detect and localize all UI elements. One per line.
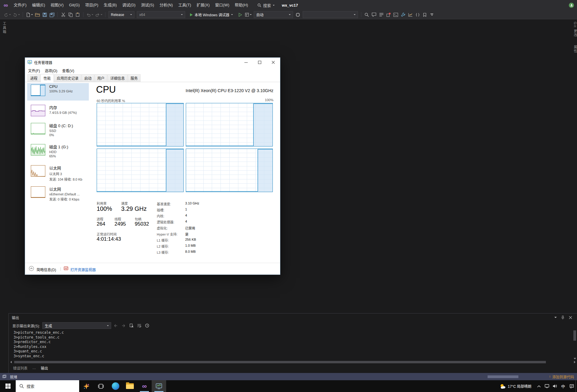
tm-menu-file[interactable]: 文件(F) — [26, 68, 42, 73]
previous-message-icon[interactable] — [112, 322, 119, 329]
menu-debug[interactable]: 调试(D) — [120, 0, 138, 10]
git-changes-vertical-tab[interactable]: Git 更改 — [573, 22, 577, 37]
processor-icon-button[interactable] — [295, 11, 301, 18]
tab-performance[interactable]: 性能 — [40, 74, 54, 82]
show-desktop-button[interactable] — [575, 380, 577, 392]
menu-file[interactable]: 文件(F) — [11, 0, 29, 10]
menu-analyze[interactable]: 分析(N) — [157, 0, 176, 10]
attach-process-button[interactable] — [385, 11, 392, 18]
solution-configuration-dropdown[interactable]: Release — [108, 11, 134, 18]
open-file-button[interactable] — [34, 11, 41, 18]
collapse-circle-icon[interactable] — [29, 266, 34, 271]
toolbox-vertical-tab[interactable]: 工具箱 — [2, 22, 7, 34]
scroll-left-arrow-icon[interactable] — [10, 361, 12, 363]
immediate-window-button[interactable] — [392, 11, 399, 18]
wrench-button[interactable] — [400, 11, 406, 18]
empty-dropdown[interactable] — [303, 11, 358, 18]
tab-users[interactable]: 用户 — [95, 74, 107, 82]
menu-test[interactable]: 测试(S) — [138, 0, 157, 10]
redo-button[interactable] — [95, 11, 103, 18]
tab-details[interactable]: 详细信息 — [108, 74, 127, 82]
sidebar-item-disk0[interactable]: 磁盘 0 (C: D:) SSD 0% — [27, 121, 89, 137]
cut-button[interactable] — [60, 11, 66, 18]
tm-menu-options[interactable]: 选项(O) — [42, 68, 60, 73]
menu-project[interactable]: 项目(P) — [82, 0, 101, 10]
find-in-files-button[interactable] — [363, 11, 370, 18]
toolbar-overflow-button[interactable] — [430, 14, 433, 16]
output-panel-header[interactable]: 输出 — [9, 313, 577, 321]
action-center-icon[interactable] — [568, 380, 575, 392]
maximize-button[interactable] — [253, 58, 266, 67]
sidebar-item-cpu[interactable]: CPU 100% 3.29 GHz — [27, 83, 89, 101]
file-explorer-button[interactable] — [123, 380, 137, 392]
menu-tools[interactable]: 工具(T) — [176, 0, 194, 10]
search-highlights-button[interactable] — [79, 380, 94, 392]
close-button[interactable] — [266, 58, 280, 67]
new-file-button[interactable] — [25, 11, 34, 18]
vs-search-box[interactable]: 搜索 — [255, 2, 277, 8]
weather-widget[interactable]: 17°C 局部晴朗 — [496, 384, 535, 389]
scroll-right-arrow-icon[interactable] — [574, 361, 575, 363]
task-view-button[interactable] — [94, 380, 108, 392]
next-message-icon[interactable] — [120, 322, 127, 329]
start-without-debugging-button[interactable] — [237, 11, 243, 18]
save-button[interactable] — [41, 11, 48, 18]
tab-services[interactable]: 服务 — [128, 74, 140, 82]
clear-all-icon[interactable] — [128, 322, 135, 329]
task-manager-title-bar[interactable]: 任务管理器 — [25, 58, 280, 67]
properties-vertical-tab[interactable]: 属性 — [573, 45, 577, 53]
ime-indicator[interactable]: 中 — [559, 383, 568, 389]
navigate-forward-button[interactable] — [12, 11, 21, 18]
solution-platform-dropdown[interactable]: x64 — [137, 11, 185, 18]
timestamp-clock-icon[interactable] — [144, 322, 150, 329]
save-all-button[interactable] — [49, 11, 55, 18]
undo-button[interactable] — [85, 11, 94, 18]
menu-build[interactable]: 生成(B) — [101, 0, 119, 10]
scrollbar-thumb[interactable] — [573, 330, 576, 341]
chart-button[interactable] — [407, 11, 414, 18]
output-horizontal-scrollbar[interactable] — [9, 360, 577, 364]
start-debugging-button[interactable]: 本地 Windows 调试器 — [187, 11, 236, 18]
output-log[interactable]: 3>picture_rescale_enc.c3>picture_tools_e… — [9, 330, 577, 360]
sidebar-item-vethernet[interactable]: 以太网 vEthernet (Default ... 发送: 0 接收: 0 K… — [27, 185, 89, 201]
navigate-back-button[interactable] — [3, 11, 11, 18]
sidebar-item-ethernet3[interactable]: 以太网 以太网 3 发送: 104 接收: 8.0 Kb — [27, 164, 89, 182]
build-type-button[interactable] — [244, 11, 252, 18]
display-tray-icon[interactable] — [543, 380, 551, 392]
tab-startup[interactable]: 启动 — [82, 74, 94, 82]
sidebar-item-disk1[interactable]: 磁盘 1 (G:) HDD 65% — [27, 143, 89, 158]
braces-button[interactable] — [414, 11, 421, 18]
taskbar-search-input[interactable]: 搜索 — [16, 380, 79, 392]
comment-button[interactable] — [371, 11, 377, 18]
output-vertical-scrollbar[interactable] — [573, 330, 577, 360]
edge-browser-button[interactable] — [108, 380, 123, 392]
pin-icon[interactable] — [561, 316, 565, 320]
tab-processes[interactable]: 进程 — [27, 74, 40, 82]
minimize-button[interactable] — [239, 58, 253, 67]
add-to-source-control-button[interactable]: ↑ 添加到源代码 — [549, 373, 574, 380]
scroll-down-arrow-icon[interactable] — [574, 358, 576, 359]
account-icon[interactable] — [569, 3, 574, 8]
fewer-details-toggle[interactable]: 简略信息(D) — [37, 267, 56, 272]
tab-error-list[interactable]: 错误列表 — [13, 365, 27, 371]
panel-menu-chevron-icon[interactable] — [554, 317, 557, 318]
hidden-icons-chevron-icon[interactable] — [535, 380, 543, 392]
menu-extensions[interactable]: 扩展(X) — [194, 0, 212, 10]
menu-view[interactable]: 视图(V) — [48, 0, 66, 10]
background-tasks-icon[interactable] — [2, 375, 6, 378]
volume-tray-icon[interactable] — [551, 380, 559, 392]
task-manager-taskbar-button[interactable] — [152, 380, 166, 392]
menu-help[interactable]: 帮助(H) — [232, 0, 251, 10]
bookmark-button[interactable] — [421, 11, 428, 18]
start-button[interactable] — [0, 380, 16, 392]
close-panel-icon[interactable] — [569, 316, 572, 319]
tab-output[interactable]: 输出 — [41, 365, 48, 371]
copy-button[interactable] — [67, 11, 74, 18]
paste-button[interactable] — [74, 11, 81, 18]
menu-edit[interactable]: 编辑(E) — [29, 0, 48, 10]
tab-overflow[interactable]: … — [32, 366, 36, 370]
scrollbar-thumb[interactable] — [14, 361, 546, 363]
menu-window[interactable]: 窗口(W) — [212, 0, 232, 10]
word-wrap-icon[interactable] — [136, 322, 143, 329]
tm-menu-view[interactable]: 查看(V) — [60, 68, 77, 73]
